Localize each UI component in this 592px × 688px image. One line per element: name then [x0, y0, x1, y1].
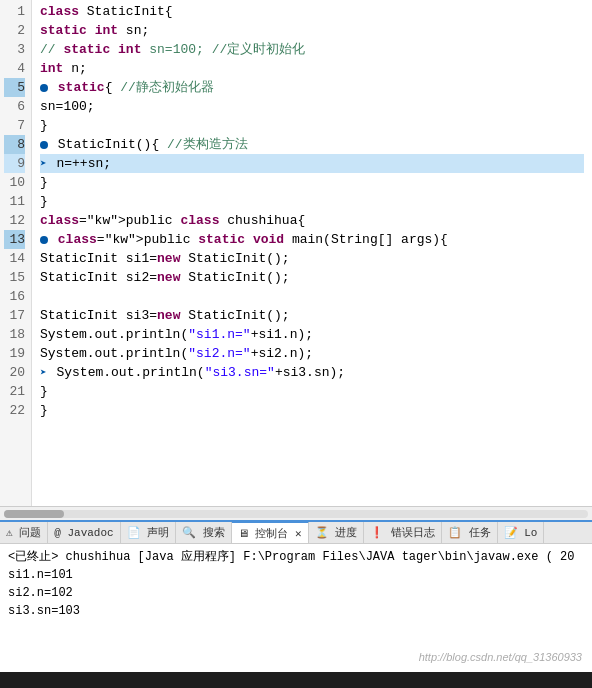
tab-bar: ⚠ 问题 @ Javadoc📄 声明 🔍 搜索🖥 控制台 ✕⏳ 进度❗ 错误日志… [0, 520, 592, 544]
line-number-11: 11 [4, 192, 25, 211]
scrollbar-thumb[interactable] [4, 510, 64, 518]
tab-Lo[interactable]: 📝 Lo [498, 521, 545, 545]
code-line-9: ➤ n=++sn; [40, 154, 584, 173]
breakpoint-dot [40, 141, 48, 149]
line-number-1: 1 [4, 2, 25, 21]
code-line-15: StaticInit si2=new StaticInit(); [40, 268, 584, 287]
output-line-2: si2.n=102 [8, 584, 584, 602]
watermark: http://blog.csdn.net/qq_31360933 [419, 648, 582, 666]
code-line-5: static{ //静态初始化器 [40, 78, 584, 97]
console-area: <已终止> chushihua [Java 应用程序] F:\Program F… [0, 544, 592, 672]
tab-进度[interactable]: ⏳ 进度 [309, 521, 365, 545]
line-number-6: 6 [4, 97, 25, 116]
arrow-indicator: ➤ [40, 155, 47, 174]
tab-问题[interactable]: ⚠ 问题 [0, 521, 48, 545]
code-line-16 [40, 287, 584, 306]
line-number-21: 21 [4, 382, 25, 401]
line-number-17: 17 [4, 306, 25, 325]
terminated-line: <已终止> chushihua [Java 应用程序] F:\Program F… [8, 548, 584, 566]
line-number-4: 4 [4, 59, 25, 78]
code-line-19: System.out.println("si2.n="+si2.n); [40, 344, 584, 363]
line-number-14: 14 [4, 249, 25, 268]
line-number-12: 12 [4, 211, 25, 230]
line-number-18: 18 [4, 325, 25, 344]
code-line-8: StaticInit(){ //类构造方法 [40, 135, 584, 154]
code-editor: 12345678910111213141516171819202122 clas… [0, 0, 592, 520]
code-line-21: } [40, 382, 584, 401]
tab-任务[interactable]: 📋 任务 [442, 521, 498, 545]
code-line-1: class StaticInit{ [40, 2, 584, 21]
code-line-22: } [40, 401, 584, 420]
output-line-1: si1.n=101 [8, 566, 584, 584]
tab-@Javadoc[interactable]: @ Javadoc [48, 521, 120, 545]
code-container: 12345678910111213141516171819202122 clas… [0, 0, 592, 506]
tab-🔍搜索[interactable]: 🔍 搜索 [176, 521, 232, 545]
tab-控制台[interactable]: 🖥 控制台 ✕ [232, 521, 309, 545]
line-number-15: 15 [4, 268, 25, 287]
code-line-2: static int sn; [40, 21, 584, 40]
code-line-20: ➤ System.out.println("si3.sn="+si3.sn); [40, 363, 584, 382]
line-number-8: 8 [4, 135, 25, 154]
tab-错误日志[interactable]: ❗ 错误日志 [364, 521, 442, 545]
line-number-3: 3 [4, 40, 25, 59]
code-line-12: class="kw">public class chushihua{ [40, 211, 584, 230]
line-number-2: 2 [4, 21, 25, 40]
line-numbers: 12345678910111213141516171819202122 [0, 0, 32, 506]
breakpoint-dot [40, 84, 48, 92]
code-line-7: } [40, 116, 584, 135]
code-line-6: sn=100; [40, 97, 584, 116]
line-number-22: 22 [4, 401, 25, 420]
code-line-13: class="kw">public static void main(Strin… [40, 230, 584, 249]
horizontal-scrollbar[interactable] [0, 506, 592, 520]
code-lines[interactable]: class StaticInit{ static int sn;// stati… [32, 0, 592, 506]
line-number-5: 5 [4, 78, 25, 97]
line-number-9: 9 [4, 154, 25, 173]
line-number-20: 20 [4, 363, 25, 382]
code-line-14: StaticInit si1=new StaticInit(); [40, 249, 584, 268]
line-number-7: 7 [4, 116, 25, 135]
code-line-3: // static int sn=100; //定义时初始化 [40, 40, 584, 59]
code-line-11: } [40, 192, 584, 211]
output-line-3: si3.sn=103 [8, 602, 584, 620]
tab-声明[interactable]: 📄 声明 [121, 521, 177, 545]
line-number-19: 19 [4, 344, 25, 363]
code-line-4: int n; [40, 59, 584, 78]
line-number-13: 13 [4, 230, 25, 249]
code-line-17: StaticInit si3=new StaticInit(); [40, 306, 584, 325]
arrow-indicator: ➤ [40, 364, 47, 383]
code-line-18: System.out.println("si1.n="+si1.n); [40, 325, 584, 344]
breakpoint-dot [40, 236, 48, 244]
line-number-16: 16 [4, 287, 25, 306]
scrollbar-track[interactable] [4, 510, 588, 518]
code-line-10: } [40, 173, 584, 192]
line-number-10: 10 [4, 173, 25, 192]
